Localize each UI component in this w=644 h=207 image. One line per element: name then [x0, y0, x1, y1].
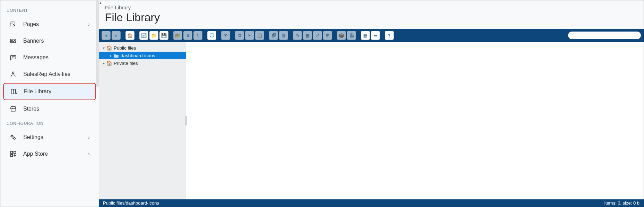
info-button[interactable]: ⓘ: [207, 31, 216, 40]
select-button[interactable]: ↖: [193, 31, 202, 40]
chevron-right-icon: ›: [88, 135, 90, 140]
svg-rect-3: [11, 55, 16, 59]
file-manager-toolbar: ◄ ► 🏠 🔄 📁 💾 📂 ⬇ ↖ ⓘ: [99, 29, 644, 42]
nav-label: Pages: [23, 21, 39, 27]
svg-rect-11: [11, 155, 13, 157]
rename-icon: ✎: [296, 33, 299, 38]
download-icon: ⬇: [186, 33, 190, 38]
open-icon: 📂: [175, 33, 181, 38]
arrow-left-icon: ◄: [104, 33, 108, 38]
resize-icon: ⤢: [316, 33, 320, 38]
chevron-down-icon[interactable]: ▾: [102, 46, 106, 50]
tree-item-private-files[interactable]: ▸ 🏠 Private files: [99, 59, 186, 67]
forward-button[interactable]: ►: [112, 31, 121, 40]
stores-icon: [9, 105, 17, 113]
paste-icon: 📋: [257, 33, 262, 38]
eye-icon: 👁: [224, 33, 228, 38]
nav-item-stores[interactable]: Stores: [3, 101, 96, 117]
arrange-button[interactable]: ⊞: [323, 31, 332, 40]
arrow-right-icon: ►: [114, 33, 119, 38]
chevron-right-icon: ›: [88, 151, 90, 157]
file-manager: ◄ ► 🏠 🔄 📁 💾 📂 ⬇ ↖ ⓘ: [99, 29, 644, 207]
svg-rect-6: [13, 89, 15, 94]
nav-label: Settings: [23, 134, 43, 140]
help-icon: ?: [388, 33, 391, 38]
tree-label: Public files: [114, 45, 136, 51]
svg-rect-5: [11, 89, 14, 94]
resize-button[interactable]: ⤢: [313, 31, 322, 40]
reload-icon: 🔄: [141, 33, 147, 38]
settings-icon: [9, 133, 17, 141]
nav-item-salesrep[interactable]: SalesRep Activities: [3, 66, 96, 82]
archive-icon: 🗜: [349, 33, 354, 38]
app-store-icon: [9, 150, 17, 158]
svg-rect-9: [11, 152, 13, 154]
nav-item-file-library[interactable]: File Library: [3, 83, 96, 100]
reload-button[interactable]: 🔄: [139, 31, 148, 40]
paste-button[interactable]: 📋: [255, 31, 264, 40]
tree-item-dashboard-icons[interactable]: ▸ dashboard-icons: [99, 52, 186, 59]
preview-button[interactable]: 👁: [221, 31, 230, 40]
edit-button[interactable]: ▦: [303, 31, 312, 40]
duplicate-icon: 🗐: [271, 33, 276, 38]
nav-item-settings[interactable]: Settings ›: [3, 129, 96, 145]
open-button[interactable]: 📂: [173, 31, 182, 40]
download-button[interactable]: ⬇: [183, 31, 192, 40]
archive-button[interactable]: 🗜: [347, 31, 356, 40]
chevron-right-icon[interactable]: ▸: [102, 61, 106, 65]
folder-tree: ▾ 🏠 Public files ▸ dashboard-icons ▸ 🏠: [99, 42, 186, 199]
page-title: File Library: [99, 11, 644, 29]
section-header-config: CONFIGURATION: [0, 118, 99, 129]
view-list-button[interactable]: ☰: [371, 31, 380, 40]
duplicate-button[interactable]: 🗐: [269, 31, 278, 40]
home-icon: 🏠: [106, 45, 112, 51]
tree-item-public-files[interactable]: ▾ 🏠 Public files: [99, 44, 186, 52]
nav-item-banners[interactable]: Banners: [3, 33, 96, 49]
home-button[interactable]: 🏠: [125, 31, 134, 40]
nav-item-messages[interactable]: Messages: [3, 50, 96, 66]
svg-rect-10: [14, 152, 16, 154]
nav-item-app-store[interactable]: App Store ›: [3, 146, 96, 162]
view-list-icon: ☰: [373, 33, 377, 38]
svg-point-8: [14, 138, 15, 139]
upload-button[interactable]: 💾: [159, 31, 168, 40]
search-input[interactable]: [568, 32, 641, 39]
status-path: Public files/dashboard-icons: [103, 200, 159, 206]
copy-button[interactable]: ⧉: [235, 31, 244, 40]
grid-icon: ⊞: [326, 33, 330, 38]
tree-resize-handle[interactable]: [185, 116, 187, 126]
svg-point-4: [12, 72, 14, 74]
file-manager-body: ▾ 🏠 Public files ▸ dashboard-icons ▸ 🏠: [99, 42, 644, 199]
nav-label: App Store: [23, 151, 48, 157]
collapse-sidebar-button[interactable]: ▲: [99, 1, 104, 6]
tree-label: Private files: [114, 61, 138, 66]
view-icons-button[interactable]: ▦: [361, 31, 370, 40]
home-icon: 🏠: [106, 60, 112, 66]
cut-icon: ✂: [248, 33, 252, 38]
rename-button[interactable]: ✎: [293, 31, 302, 40]
folder-icon: [113, 53, 119, 58]
help-button[interactable]: ?: [385, 31, 394, 40]
nav-label: Stores: [23, 106, 39, 112]
folder-plus-icon: 📁: [151, 33, 157, 38]
sidebar: CONTENT Pages › Banners Messages SalesR: [0, 0, 99, 207]
messages-icon: [9, 54, 17, 61]
pages-icon: [9, 20, 17, 28]
sidebar-scrollbar[interactable]: [96, 0, 99, 87]
file-content-area[interactable]: [186, 42, 644, 199]
delete-button[interactable]: 🗑: [279, 31, 288, 40]
chevron-right-icon[interactable]: ▸: [108, 54, 113, 58]
back-button[interactable]: ◄: [102, 31, 111, 40]
banners-icon: [9, 37, 17, 45]
cut-button[interactable]: ✂: [245, 31, 254, 40]
extract-icon: 📦: [339, 33, 344, 38]
nav-label: File Library: [24, 88, 51, 95]
nav-item-pages[interactable]: Pages ›: [3, 16, 96, 32]
nav-label: Messages: [23, 54, 49, 61]
svg-point-7: [11, 135, 13, 137]
edit-icon: ▦: [305, 33, 310, 38]
file-library-icon: [10, 88, 18, 95]
breadcrumb: File Library: [99, 0, 644, 11]
new-folder-button[interactable]: 📁: [149, 31, 158, 40]
extract-button[interactable]: 📦: [337, 31, 346, 40]
